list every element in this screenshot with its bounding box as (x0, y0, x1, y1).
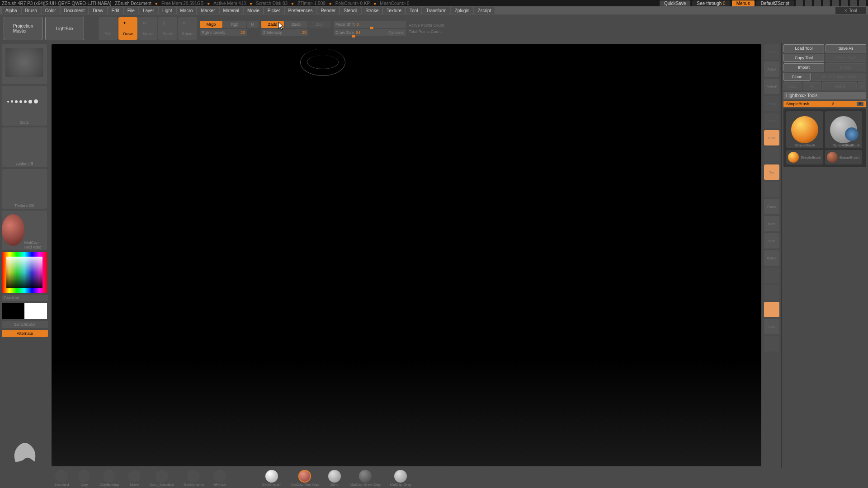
close-icon[interactable] (859, 0, 866, 6)
tool-palette-header[interactable]: Tool (835, 7, 866, 14)
projection-master-button[interactable]: Projection Master (4, 17, 42, 40)
goz-all-button[interactable]: All (803, 82, 821, 90)
m-button[interactable]: M (247, 21, 259, 28)
scale-mode-button[interactable]: SScale (158, 17, 177, 40)
grid-button[interactable] (764, 267, 779, 283)
menu-color[interactable]: Color (42, 7, 60, 14)
script-button[interactable]: DefaultZScript (756, 0, 794, 6)
switchcolor-button[interactable]: SwitchColor (2, 321, 48, 328)
mat-redwax[interactable]: MatCap Red Wax (291, 470, 319, 487)
material-slot[interactable]: MatCap Red Wax (2, 211, 47, 250)
menu-file[interactable]: File (124, 7, 138, 14)
alpha-slot[interactable]: Alpha Off (2, 127, 47, 167)
menu-draw[interactable]: Draw (89, 7, 107, 14)
goz-r-button[interactable]: R (858, 82, 866, 90)
menu-transform[interactable]: Transform (422, 7, 450, 14)
save-as-button[interactable]: Save As (826, 44, 866, 52)
paste-tool-button[interactable]: Paste Tool (826, 54, 866, 62)
zcut-button[interactable]: Zcut (308, 21, 331, 28)
quicksave-button[interactable]: QuickSave (660, 0, 690, 6)
draw-size-slider[interactable]: Draw Size64Dynamic (334, 29, 406, 36)
gradient-label[interactable]: Gradient (2, 295, 48, 301)
menu-stencil[interactable]: Stencil (340, 7, 361, 14)
menu-brush[interactable]: Brush (22, 7, 41, 14)
menu-document[interactable]: Document (61, 7, 89, 14)
texture-slot[interactable]: Texture Off (2, 169, 47, 209)
color-swatches[interactable] (2, 303, 48, 319)
brush-claybuildup[interactable]: ClayBuildup (99, 470, 119, 487)
menu-render[interactable]: Render (317, 7, 340, 14)
brush-standard[interactable]: Standard (54, 470, 69, 487)
move-mode-button[interactable]: MMove (138, 17, 157, 40)
tool-eraserbrush[interactable]: EraserBrush (825, 150, 862, 164)
minimize-icon[interactable] (841, 0, 848, 6)
rgb-button[interactable]: Rgb (223, 21, 246, 28)
brush-trimdynamic[interactable]: TrimDynamic (183, 470, 204, 487)
xyz-button[interactable]: Xyz (764, 164, 779, 180)
menu-light[interactable]: Light (159, 7, 176, 14)
rgb-intensity-slider[interactable]: Rgb Intensity25 (200, 29, 247, 36)
focal-shift-slider[interactable]: Focal Shift0 (334, 21, 406, 28)
spix-button[interactable]: SPix (764, 44, 779, 60)
zsub-button[interactable]: Zsub (285, 21, 307, 28)
stroke-slot[interactable]: Dots (2, 86, 47, 126)
clone-button[interactable]: Clone (783, 73, 811, 81)
edit-mode-button[interactable]: Edit (99, 17, 118, 40)
alternate-button[interactable]: Alternate (2, 330, 48, 337)
tool-spherebrush[interactable]: SphereBrushAlphaBrush (825, 111, 862, 148)
mat-blinn[interactable]: Blinn (328, 470, 341, 487)
zoom-button[interactable] (764, 182, 779, 197)
menu-picker[interactable]: Picker (264, 7, 284, 14)
menu-edit[interactable]: Edit (108, 7, 123, 14)
persp-button[interactable]: Persp (764, 96, 779, 111)
maximize-icon[interactable] (850, 0, 857, 6)
actual-button[interactable]: Actual (764, 61, 779, 77)
z-intensity-slider[interactable]: Z Intensity25 (261, 29, 308, 36)
rotate-mode-button[interactable]: RRotate (178, 17, 197, 40)
make-polymesh-button[interactable]: Make PolyMesh3D (812, 73, 866, 81)
menu-tool[interactable]: Tool (406, 7, 421, 14)
menu-preferences[interactable]: Preferences (285, 7, 316, 14)
canvas[interactable] (52, 44, 761, 466)
mrgb-button[interactable]: Mrgb (200, 21, 222, 28)
window-icon-4[interactable] (823, 0, 830, 6)
menu-zplugin[interactable]: Zplugin (451, 7, 473, 14)
menu-macro[interactable]: Macro (177, 7, 197, 14)
copy-tool-button[interactable]: Copy Tool (783, 54, 824, 62)
mat-skinshade[interactable]: SkinShade4 (262, 470, 282, 487)
brush-cam-standard[interactable]: Cam_Standard (150, 470, 174, 487)
transp-button[interactable] (764, 302, 779, 317)
goz-button[interactable]: GoZ (783, 82, 802, 90)
window-icon-1[interactable] (796, 0, 803, 6)
menus-button[interactable]: Menus (732, 0, 755, 6)
brush-clay[interactable]: Clay (78, 470, 90, 487)
brush-slot[interactable] (2, 44, 47, 84)
menu-texture[interactable]: Texture (383, 7, 405, 14)
mat-gray[interactable]: MatCap Gray (390, 470, 411, 487)
color-picker[interactable] (2, 252, 47, 293)
menu-stroke[interactable]: Stroke (362, 7, 382, 14)
lightbox-tools-header[interactable]: Lightbox> Tools (783, 92, 866, 99)
aahalf-button[interactable]: AAHalf (764, 79, 779, 94)
floor-button[interactable]: Floor (764, 113, 779, 128)
window-icon-3[interactable] (814, 0, 821, 6)
menu-alpha[interactable]: Alpha (2, 7, 21, 14)
tool-simplebrush-small[interactable]: SimpleBrush (786, 150, 823, 164)
mat-greenclay[interactable]: MatCap GreenClay (350, 470, 381, 487)
tool-name-header[interactable]: SimpleBrush2R (783, 101, 866, 107)
lock3d-button[interactable] (764, 147, 779, 163)
load-tool-button[interactable]: Load Tool (783, 44, 824, 52)
zadd-button[interactable]: Zadd (261, 21, 284, 28)
scale-canvas-button[interactable]: Scale (764, 233, 779, 249)
draw-mode-button[interactable]: ✦Draw (118, 17, 137, 40)
tool-simplebrush[interactable]: SimpleBrush (786, 111, 823, 148)
menu-marker[interactable]: Marker (197, 7, 218, 14)
move-canvas-button[interactable]: Move (764, 216, 779, 231)
local-button[interactable]: Local (764, 130, 779, 145)
window-icon-5[interactable] (832, 0, 839, 6)
menu-movie[interactable]: Movie (244, 7, 263, 14)
polyf-button[interactable] (764, 285, 779, 300)
brush-move[interactable]: Move (128, 470, 141, 487)
goz-visible-button[interactable]: Visible (822, 82, 857, 90)
frame-button[interactable]: Frame (764, 199, 779, 214)
